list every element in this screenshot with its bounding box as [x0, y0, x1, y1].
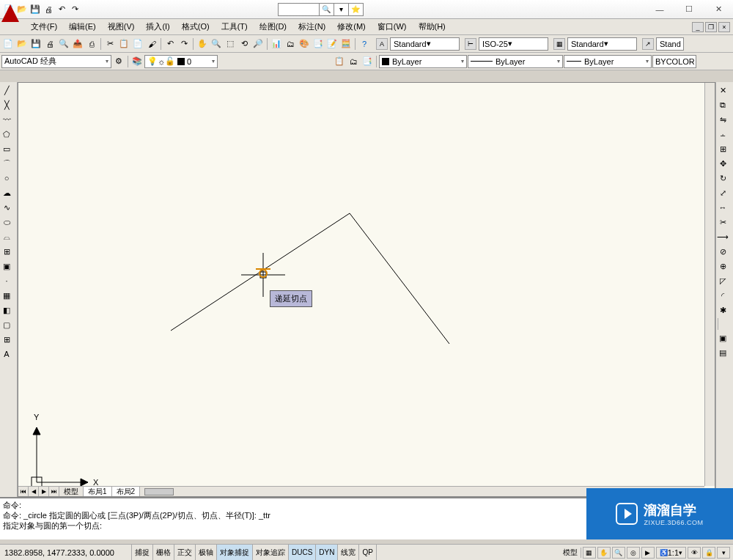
help-search-input[interactable]: [279, 4, 319, 15]
props-icon[interactable]: 📊: [270, 37, 283, 51]
insert-block-icon[interactable]: ⊞: [0, 245, 13, 258]
menu-view[interactable]: 视图(V): [102, 19, 141, 34]
copy-icon[interactable]: 📋: [117, 37, 130, 51]
arc-icon[interactable]: ⌒: [0, 157, 13, 170]
layer-props-icon[interactable]: 📚: [130, 55, 144, 68]
help-dropdown-icon[interactable]: ▾: [334, 4, 348, 15]
model-paper-toggle[interactable]: 模型: [560, 548, 581, 558]
array-icon[interactable]: ⊞: [716, 142, 729, 155]
tab-layout2[interactable]: 布局2: [112, 487, 141, 496]
status-lock-icon[interactable]: 🔒: [702, 547, 715, 559]
menu-file[interactable]: 文件(F): [25, 19, 63, 34]
plotstyle-combo[interactable]: BYCOLOR: [652, 55, 696, 68]
cut-icon[interactable]: ✂: [103, 37, 117, 51]
mdi-minimize[interactable]: _: [692, 22, 704, 32]
menu-format[interactable]: 格式(O): [176, 19, 216, 34]
rotate-icon[interactable]: ↻: [716, 172, 729, 185]
layer-combo[interactable]: 💡 ☼ 🔓 0▾: [144, 55, 218, 68]
menu-insert[interactable]: 插入(I): [140, 19, 175, 34]
ellipse-icon[interactable]: ⬭: [0, 215, 13, 229]
mtext-icon[interactable]: A: [0, 347, 13, 361]
hatch-icon[interactable]: ▦: [0, 289, 13, 302]
zoom-icon[interactable]: 🔎: [251, 37, 265, 51]
toggle-dyn[interactable]: DYN: [316, 545, 338, 560]
circle-icon[interactable]: ○: [0, 172, 13, 185]
qat-print-icon[interactable]: 🖨: [43, 4, 54, 15]
tab-prev-icon[interactable]: ◀: [29, 487, 39, 496]
menu-edit[interactable]: 编辑(E): [63, 19, 102, 34]
toggle-otrack[interactable]: 对象追踪: [253, 545, 289, 560]
menu-window[interactable]: 窗口(W): [372, 19, 413, 34]
calc-icon[interactable]: 🧮: [339, 37, 353, 51]
search-icon[interactable]: 🔍: [319, 4, 334, 15]
zoom-realtime-icon[interactable]: 🔍: [210, 37, 223, 51]
status-showmotion-icon[interactable]: ▶: [641, 547, 655, 559]
ellipsearc-icon[interactable]: ⌓: [0, 230, 13, 243]
publish-icon[interactable]: 📤: [71, 37, 84, 51]
toggle-polar[interactable]: 极轴: [196, 545, 217, 560]
spline-icon[interactable]: ∿: [0, 201, 13, 214]
tab-next-icon[interactable]: ▶: [39, 487, 49, 496]
save-icon[interactable]: 💾: [29, 37, 43, 51]
pline-icon[interactable]: 〰: [0, 113, 13, 126]
table-style-combo[interactable]: Standard▾: [567, 37, 637, 51]
mleader-style-icon[interactable]: ↗: [642, 38, 654, 50]
help-icon[interactable]: ?: [358, 37, 371, 51]
xline-icon[interactable]: ╳: [0, 98, 13, 111]
fillet-icon[interactable]: ◜: [716, 289, 729, 302]
region-icon[interactable]: ▢: [0, 318, 13, 331]
status-nav-icon[interactable]: ▦: [583, 547, 596, 559]
qat-save-icon[interactable]: 💾: [29, 4, 41, 15]
mdi-close[interactable]: ×: [718, 22, 730, 32]
revcloud-icon[interactable]: ☁: [0, 186, 13, 199]
open-icon[interactable]: 📂: [15, 37, 29, 51]
mleader-style-combo[interactable]: Stand: [656, 37, 684, 51]
gradient-icon[interactable]: ◧: [0, 303, 13, 317]
redo-icon[interactable]: ↷: [177, 37, 191, 51]
qat-undo-icon[interactable]: ↶: [56, 4, 67, 15]
pan-icon[interactable]: ✋: [196, 37, 209, 51]
tab-model[interactable]: 模型: [59, 487, 84, 496]
maximize-button[interactable]: ☐: [674, 0, 704, 19]
offset-icon[interactable]: ⫠: [716, 128, 729, 141]
rectangle-icon[interactable]: ▭: [0, 142, 13, 155]
toggle-osnap[interactable]: 对象捕捉: [217, 545, 253, 560]
tool-palette-icon[interactable]: 🎨: [298, 37, 311, 51]
move-icon[interactable]: ✥: [716, 157, 729, 170]
drawing-canvas[interactable]: X Y 递延切点 ⏮ ◀ ▶ ⏭ 模型 布局1 布局2: [18, 82, 715, 497]
copy-obj-icon[interactable]: ⧉: [716, 98, 729, 111]
status-zoom-icon[interactable]: 🔍: [612, 547, 625, 559]
status-pan-icon[interactable]: ✋: [597, 547, 611, 559]
dcenter-icon[interactable]: 🗂: [284, 37, 297, 51]
table-style-icon[interactable]: ▦: [553, 38, 565, 50]
menu-help[interactable]: 帮助(H): [413, 19, 452, 34]
table-icon[interactable]: ⊞: [0, 333, 13, 346]
hscroll-thumb[interactable]: [144, 488, 174, 495]
tb-icon-7[interactable]: ⎙: [85, 37, 98, 51]
minimize-button[interactable]: —: [645, 0, 674, 19]
toggle-ortho[interactable]: 正交: [174, 545, 196, 560]
dim-style-combo[interactable]: ISO-25▾: [479, 37, 548, 51]
extend-icon[interactable]: ⟶: [716, 230, 729, 243]
menu-tools[interactable]: 工具(T): [216, 19, 254, 34]
sheet-set-icon[interactable]: 📑: [312, 37, 325, 51]
status-tray-icon[interactable]: ▾: [717, 547, 730, 559]
zoom-window-icon[interactable]: ⬚: [224, 37, 237, 51]
annotation-scale[interactable]: ♿1:1▾: [656, 547, 686, 559]
app-logo[interactable]: [0, 3, 21, 32]
modify-extra-2[interactable]: ▤: [716, 346, 729, 359]
layer-tool-3-icon[interactable]: 📑: [361, 55, 374, 68]
menu-dimension[interactable]: 标注(N): [292, 19, 331, 34]
markup-icon[interactable]: 📝: [325, 37, 339, 51]
help-star-icon[interactable]: ⭐: [348, 4, 363, 15]
toggle-ducs[interactable]: DUCS: [289, 545, 316, 560]
toggle-qp[interactable]: QP: [359, 545, 376, 560]
toggle-snap[interactable]: 捕捉: [132, 545, 153, 560]
text-style-icon[interactable]: A: [376, 38, 388, 50]
menu-draw[interactable]: 绘图(D): [254, 19, 292, 34]
mirror-icon[interactable]: ⇋: [716, 113, 729, 126]
color-combo[interactable]: ByLayer▾: [379, 55, 467, 68]
line-icon[interactable]: ╱: [0, 84, 13, 97]
explode-icon[interactable]: ✱: [716, 303, 729, 317]
tab-layout1[interactable]: 布局1: [84, 487, 112, 496]
